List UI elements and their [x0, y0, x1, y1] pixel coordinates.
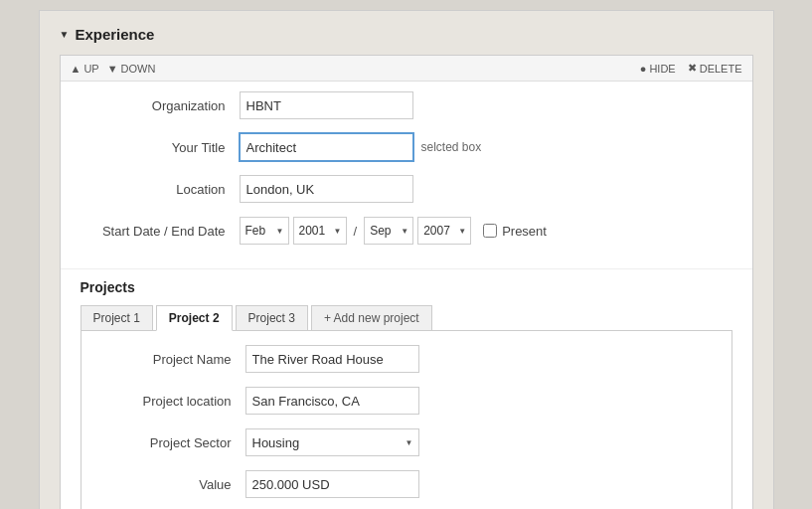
sector-select-wrapper: Housing Commercial Industrial Education … [245, 428, 419, 456]
project-sector-row: Project Sector Housing Commercial Indust… [101, 428, 712, 456]
toolbar-bar: ▲ UP ▼ DOWN ● HIDE ✖ DELETE [61, 56, 752, 82]
title-input[interactable] [240, 133, 413, 161]
project-form-area: Project Name Project location Project Se… [81, 330, 732, 509]
present-checkbox[interactable] [483, 224, 497, 238]
start-year-select[interactable]: 2001 2000 2002 1999 2003 [293, 217, 347, 245]
date-controls: Feb Jan Mar Apr May Jun Jul Aug Sep Oct … [240, 217, 547, 245]
main-container: ▼ Experience ▲ UP ▼ DOWN ● HIDE [39, 10, 774, 509]
project-name-row: Project Name [101, 345, 712, 373]
hide-button[interactable]: ● HIDE [640, 62, 676, 75]
projects-title: Projects [81, 279, 732, 295]
down-button[interactable]: ▼ DOWN [107, 63, 156, 75]
project-sector-label: Project Sector [101, 435, 245, 450]
selected-note: selcted box [421, 140, 482, 154]
project-name-label: Project Name [101, 352, 245, 367]
up-arrow-icon: ▲ [71, 63, 81, 75]
tab-project1[interactable]: Project 1 [81, 305, 153, 331]
project-sector-select[interactable]: Housing Commercial Industrial Education … [245, 428, 419, 456]
delete-icon: ✖ [688, 62, 697, 75]
start-month-wrapper: Feb Jan Mar Apr May Jun Jul Aug Sep Oct … [240, 217, 289, 245]
org-label: Organization [81, 98, 240, 113]
start-month-select[interactable]: Feb Jan Mar Apr May Jun Jul Aug Sep Oct … [240, 217, 289, 245]
form-area: Organization Your Title selcted box Loca… [61, 82, 752, 268]
project-location-label: Project location [101, 394, 245, 409]
project-name-input[interactable] [245, 345, 419, 373]
end-month-wrapper: Sep Jan Feb Mar Apr May Jun Jul Aug Oct … [364, 217, 413, 245]
projects-section: Projects Project 1 Project 2 Project 3 +… [61, 268, 752, 509]
title-row: Your Title selcted box [81, 133, 732, 161]
project-location-row: Project location [101, 387, 712, 415]
add-project-tab[interactable]: + Add new project [311, 305, 432, 331]
date-row: Start Date / End Date Feb Jan Mar Apr Ma… [81, 217, 732, 245]
project-location-input[interactable] [245, 387, 419, 415]
end-month-select[interactable]: Sep Jan Feb Mar Apr May Jun Jul Aug Oct … [364, 217, 413, 245]
date-label: Start Date / End Date [81, 224, 240, 239]
delete-button[interactable]: ✖ DELETE [688, 62, 742, 75]
project-value-input[interactable] [245, 470, 419, 498]
location-row: Location [81, 175, 732, 203]
org-input[interactable] [240, 91, 413, 119]
section-header: ▼ Experience [60, 26, 753, 43]
tab-project3[interactable]: Project 3 [236, 305, 308, 331]
location-input[interactable] [240, 175, 413, 203]
section-title: Experience [75, 26, 154, 43]
start-year-wrapper: 2001 2000 2002 1999 2003 [293, 217, 347, 245]
location-label: Location [81, 182, 240, 197]
collapse-icon[interactable]: ▼ [60, 29, 70, 40]
project-value-label: Value [101, 477, 245, 492]
experience-block: ▲ UP ▼ DOWN ● HIDE ✖ DELETE [60, 55, 753, 509]
tab-project2[interactable]: Project 2 [156, 305, 233, 331]
toolbar-left: ▲ UP ▼ DOWN [71, 63, 156, 75]
down-arrow-icon: ▼ [107, 63, 118, 75]
present-wrap: Present [483, 224, 547, 239]
end-year-select[interactable]: 2007 2006 2008 2005 2009 [417, 217, 471, 245]
toolbar-right: ● HIDE ✖ DELETE [640, 62, 742, 75]
end-year-wrapper: 2007 2006 2008 2005 2009 [417, 217, 471, 245]
hide-icon: ● [640, 63, 647, 75]
present-label: Present [502, 224, 547, 239]
title-label: Your Title [81, 140, 240, 155]
up-button[interactable]: ▲ UP [71, 63, 99, 75]
project-value-row: Value [101, 470, 712, 498]
tabs-bar: Project 1 Project 2 Project 3 + Add new … [81, 305, 732, 331]
org-row: Organization [81, 91, 732, 119]
date-slash: / [354, 224, 358, 239]
